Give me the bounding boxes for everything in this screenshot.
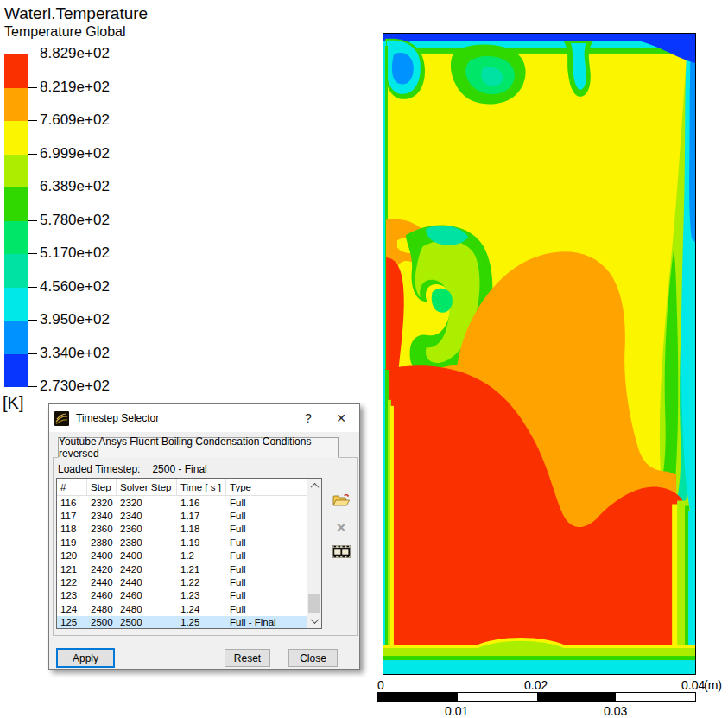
- timestep-cell: 1.25: [177, 617, 226, 627]
- column-header-solver-step[interactable]: Solver Step: [117, 479, 177, 495]
- timestep-cell: 2500: [117, 617, 177, 627]
- legend-tick: [28, 220, 37, 221]
- legend-tick: [28, 287, 37, 288]
- ruler-segment: [537, 693, 617, 701]
- legend-level-label: 2.730e+02: [40, 378, 110, 394]
- timestep-cell: 2380: [87, 537, 117, 548]
- timestep-row[interactable]: 125250025001.25Full - Final: [57, 616, 321, 629]
- timestep-cell: 2340: [117, 511, 177, 521]
- dialog-titlebar[interactable]: Timestep Selector ? ✕: [49, 404, 359, 432]
- legend-tick: [28, 54, 37, 54]
- legend-level-label: 5.170e+02: [40, 245, 110, 261]
- timestep-cell: Full: [226, 524, 307, 534]
- table-scrollbar[interactable]: [307, 479, 321, 628]
- timestep-cell: Full: [226, 604, 307, 614]
- timestep-cell: 118: [57, 524, 87, 534]
- legend-level-label: 4.560e+02: [40, 279, 110, 295]
- timestep-cell: 2360: [87, 524, 117, 534]
- legend-tick: [28, 253, 37, 254]
- open-folder-icon[interactable]: [332, 493, 351, 508]
- app-icon: [54, 411, 69, 426]
- legend-tick: [28, 386, 37, 387]
- timestep-cell: Full - Final: [226, 617, 307, 627]
- timestep-cell: Full: [226, 511, 307, 521]
- timestep-table-header: # Step Solver Step Time [ s ] Type: [57, 479, 321, 496]
- timestep-cell: 2440: [117, 577, 177, 588]
- legend-band: [4, 54, 28, 88]
- legend-title: Waterl.Temperature: [4, 4, 148, 23]
- timestep-row[interactable]: 118236023601.18Full: [57, 523, 321, 536]
- timestep-cell: 2440: [87, 577, 117, 588]
- delete-icon[interactable]: ✕: [332, 520, 351, 536]
- timestep-row[interactable]: 116232023201.16Full: [57, 496, 321, 509]
- ruler-segment: [458, 693, 537, 701]
- timestep-cell: 119: [57, 537, 87, 548]
- timestep-cell: 121: [57, 564, 87, 575]
- timestep-cell: 2420: [117, 564, 177, 575]
- animation-frames-icon[interactable]: [332, 545, 351, 558]
- timestep-cell: 124: [57, 604, 87, 614]
- open-folder-icon-glyph: [332, 493, 351, 508]
- timestep-row[interactable]: 120240024001.2Full: [57, 550, 321, 562]
- timestep-cell: 2360: [117, 524, 177, 534]
- legend-band: [4, 187, 28, 221]
- legend-level-label: 6.999e+02: [40, 146, 110, 162]
- timestep-row[interactable]: 124248024801.24Full: [57, 602, 321, 615]
- timestep-row[interactable]: 121242024201.21Full: [57, 562, 321, 575]
- timestep-cell: 1.18: [177, 524, 226, 534]
- reset-button[interactable]: Reset: [225, 649, 270, 667]
- legend-band: [4, 221, 28, 255]
- timestep-cell: 1.21: [177, 564, 226, 575]
- scroll-up-icon[interactable]: [307, 479, 321, 493]
- timestep-row[interactable]: 119238023801.19Full: [57, 536, 321, 549]
- legend-level-label: 5.780e+02: [40, 213, 110, 228]
- ruler-label-001: 0.01: [445, 704, 468, 718]
- timestep-cell: 1.24: [177, 604, 226, 614]
- column-header-type[interactable]: Type: [226, 479, 307, 495]
- timestep-cell: 2460: [87, 590, 117, 600]
- legend-band: [4, 288, 28, 321]
- column-header-number[interactable]: #: [57, 479, 87, 495]
- timestep-row[interactable]: 117234023401.17Full: [57, 509, 321, 522]
- timestep-cell: 2320: [87, 498, 117, 508]
- ruler-segment: [616, 693, 695, 701]
- timestep-cell: 2340: [87, 511, 117, 521]
- timestep-cell: 2480: [117, 604, 177, 614]
- timestep-table: # Step Solver Step Time [ s ] Type 11623…: [56, 478, 322, 629]
- timestep-cell: Full: [226, 498, 307, 508]
- timestep-cell: 1.19: [177, 537, 226, 548]
- timestep-cell: 120: [57, 550, 87, 561]
- legend-tick: [28, 120, 37, 121]
- legend-level-label: 8.829e+02: [40, 46, 110, 61]
- timestep-cell: 116: [57, 498, 87, 508]
- animation-frames-icon-glyph: [332, 545, 351, 558]
- close-window-icon[interactable]: ✕: [328, 407, 354, 429]
- timestep-cell: 2320: [117, 498, 177, 508]
- close-button[interactable]: Close: [288, 649, 338, 667]
- tab-case-name[interactable]: Youtube Ansys Fluent Boiling Condensatio…: [58, 437, 339, 458]
- column-header-time[interactable]: Time [ s ]: [177, 479, 226, 495]
- legend-level-label: 8.219e+02: [40, 79, 110, 95]
- legend-tick: [28, 353, 37, 354]
- legend-band: [4, 321, 28, 354]
- help-button[interactable]: ?: [295, 407, 321, 429]
- timestep-cell: Full: [226, 577, 307, 588]
- timestep-cell: 123: [57, 590, 87, 600]
- timestep-row[interactable]: 122244024401.22Full: [57, 575, 321, 588]
- scroll-down-icon[interactable]: [307, 613, 321, 628]
- dialog-title: Timestep Selector: [76, 412, 159, 424]
- ruler-label-0: 0: [377, 678, 384, 692]
- scrollbar-thumb[interactable]: [308, 594, 320, 613]
- legend-tick: [28, 154, 37, 155]
- legend-band: [4, 354, 28, 388]
- timestep-cell: Full: [226, 550, 307, 561]
- timestep-cell: 1.22: [177, 577, 226, 588]
- legend-band: [4, 254, 28, 288]
- column-header-step[interactable]: Step: [87, 479, 117, 495]
- ruler-bar: [377, 692, 696, 702]
- delete-icon-glyph: ✕: [336, 520, 347, 536]
- timestep-cell: 2380: [117, 537, 177, 548]
- contour-viewport[interactable]: [383, 33, 696, 675]
- apply-button[interactable]: Apply: [56, 648, 115, 668]
- timestep-row[interactable]: 123246024601.23Full: [57, 589, 321, 602]
